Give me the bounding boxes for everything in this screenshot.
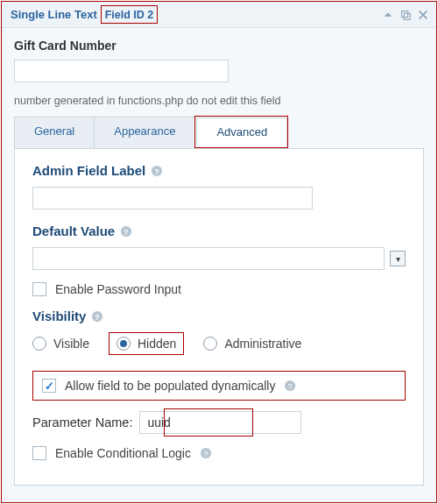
- visibility-options: Visible Hidden Administrative: [32, 332, 406, 355]
- allow-dynamic-checkbox[interactable]: [42, 379, 56, 393]
- help-icon[interactable]: ?: [91, 310, 103, 323]
- allow-dynamic-highlight: Allow field to be populated dynamically …: [32, 371, 406, 401]
- panel-header: Single Line Text Field ID 2: [2, 2, 436, 28]
- tab-advanced-highlight: Advanced: [194, 116, 288, 148]
- visibility-radio-visible[interactable]: [32, 337, 46, 351]
- visibility-label-hidden: Hidden: [138, 337, 176, 351]
- svg-text:?: ?: [124, 227, 129, 236]
- svg-rect-1: [404, 13, 410, 19]
- visibility-heading: Visibility ?: [32, 309, 103, 323]
- merge-tag-button[interactable]: ▾: [390, 251, 406, 266]
- allow-dynamic-label: Allow field to be populated dynamically: [65, 379, 275, 393]
- parameter-name-row: Parameter Name:: [32, 411, 406, 434]
- conditional-logic-checkbox[interactable]: [32, 446, 46, 460]
- admin-field-label-input[interactable]: [32, 187, 313, 209]
- advanced-pane: Admin Field Label ? Default Value ? ▾ En…: [14, 148, 424, 486]
- svg-text:?: ?: [203, 450, 208, 458]
- gift-card-note: number generated in functions.php do not…: [14, 95, 424, 107]
- default-value-text: Default Value: [32, 224, 115, 238]
- tab-general[interactable]: General: [14, 117, 95, 149]
- svg-text:?: ?: [95, 312, 100, 321]
- panel-body: Gift Card Number number generated in fun…: [2, 28, 436, 494]
- enable-password-label: Enable Password Input: [55, 282, 181, 296]
- admin-field-label-text: Admin Field Label: [32, 163, 145, 178]
- tab-advanced[interactable]: Advanced: [196, 117, 287, 146]
- visibility-hidden-highlight: Hidden: [109, 332, 184, 355]
- visibility-radio-hidden[interactable]: [117, 337, 131, 351]
- conditional-logic-label: Enable Conditional Logic: [55, 446, 191, 460]
- field-type-label: Single Line Text: [11, 8, 97, 21]
- parameter-name-input[interactable]: [139, 411, 301, 434]
- help-icon[interactable]: ?: [151, 165, 163, 177]
- collapse-icon[interactable]: [382, 9, 394, 21]
- default-value-heading: Default Value ?: [32, 224, 132, 238]
- duplicate-icon[interactable]: [399, 9, 412, 21]
- tabs: General Appearance Advanced: [14, 116, 424, 148]
- close-icon[interactable]: [417, 9, 429, 21]
- field-id-label: Field ID 2: [105, 9, 154, 21]
- field-editor-panel: Single Line Text Field ID 2 Gift Card Nu…: [1, 1, 437, 503]
- help-icon[interactable]: ?: [284, 380, 296, 392]
- field-id-highlight: Field ID 2: [101, 5, 159, 24]
- tab-appearance[interactable]: Appearance: [94, 117, 195, 149]
- visibility-text: Visibility: [32, 309, 86, 323]
- visibility-label-administrative: Administrative: [224, 337, 301, 351]
- admin-field-label-heading: Admin Field Label ?: [32, 163, 163, 178]
- gift-card-label: Gift Card Number: [14, 39, 424, 53]
- enable-password-checkbox[interactable]: [32, 282, 46, 296]
- default-value-input[interactable]: [32, 247, 385, 270]
- visibility-label-visible: Visible: [53, 337, 89, 351]
- svg-text:?: ?: [288, 382, 293, 391]
- svg-rect-0: [402, 11, 408, 17]
- parameter-name-label: Parameter Name:: [32, 415, 132, 429]
- visibility-radio-administrative[interactable]: [203, 337, 217, 351]
- help-icon[interactable]: ?: [120, 225, 132, 238]
- svg-text:?: ?: [155, 167, 159, 175]
- gift-card-input[interactable]: [14, 60, 229, 82]
- help-icon[interactable]: ?: [200, 447, 212, 459]
